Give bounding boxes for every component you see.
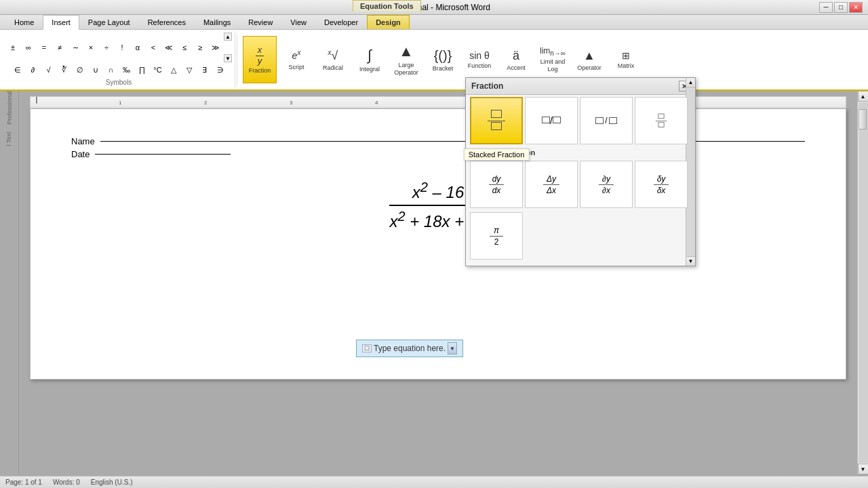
sym-exists[interactable]: ∃ — [197, 62, 212, 77]
sym-cbrt[interactable]: ∛ — [57, 62, 72, 77]
equation-input-dropdown[interactable]: ▼ — [448, 342, 457, 354]
sym-degc[interactable]: °C — [151, 62, 165, 77]
function-icon: sin θ — [469, 50, 490, 61]
tab-home[interactable]: Home — [5, 15, 43, 29]
fraction-Delta-y[interactable]: Δy Δx — [525, 161, 578, 208]
status-page: Page: 1 of 1 — [5, 479, 42, 486]
tab-view[interactable]: View — [281, 15, 315, 29]
tab-review[interactable]: Review — [239, 15, 281, 29]
bracket-icon: {()} — [434, 48, 452, 64]
sym-pm[interactable]: ± — [5, 40, 20, 55]
sym-ll[interactable]: ≪ — [161, 40, 176, 55]
margin-label-professional: Professional — [6, 91, 13, 125]
equation-tools-tab[interactable]: Equation Tools — [353, 0, 421, 12]
fraction-skewed[interactable]: / — [525, 97, 578, 144]
margin-label-text: l Text — [6, 132, 13, 146]
sym-prod[interactable]: ∏ — [135, 62, 150, 77]
tab-developer[interactable]: Developer — [315, 15, 367, 29]
ruler-indent-marker — [36, 97, 37, 104]
fraction-partial-y[interactable]: ∂y ∂x — [580, 161, 633, 208]
symbols-label: Symbols — [106, 79, 132, 86]
skewed-symbol: / — [542, 115, 561, 126]
tab-insert[interactable]: Insert — [43, 15, 79, 30]
tool-fraction[interactable]: x y Fraction — [243, 36, 277, 83]
sym-nin[interactable]: ∋ — [213, 62, 228, 77]
date-underline — [95, 154, 231, 155]
sym-lt[interactable]: < — [146, 40, 161, 55]
common-fraction-grid: dy dx Δy Δx ∂y ∂x δy — [466, 159, 686, 210]
sym-scroll-down[interactable]: ▼ — [224, 54, 232, 62]
tab-page-layout[interactable]: Page Layout — [79, 15, 139, 29]
ruler-4: 4 — [375, 100, 378, 106]
sym-neq[interactable]: ≠ — [52, 40, 67, 55]
tool-bracket[interactable]: {()} Bracket — [426, 36, 460, 83]
tool-function-label: Function — [468, 62, 492, 69]
scroll-thumb[interactable] — [859, 109, 867, 129]
tool-script[interactable]: ex Script — [279, 36, 313, 83]
equation-input-text[interactable]: Type equation here. — [374, 344, 446, 353]
sym-gg[interactable]: ≫ — [208, 40, 223, 55]
sym-empty[interactable]: ∅ — [73, 62, 87, 77]
sym-div[interactable]: ÷ — [99, 40, 114, 55]
scroll-down-button[interactable]: ▼ — [858, 464, 869, 474]
tool-accent[interactable]: ä Accent — [499, 36, 533, 83]
fraction-stacked[interactable]: Stacked Fraction — [470, 97, 523, 144]
tool-integral[interactable]: ∫ Integral — [353, 36, 387, 83]
sym-alpha[interactable]: α — [130, 40, 145, 55]
fraction-small[interactable] — [635, 97, 688, 144]
ribbon-content: ± ∞ = ≠ ∼ × ÷ ! α < ≪ ≤ ≥ ≫ ▲ ▼ ∈ — [0, 30, 868, 91]
tool-script-label: Script — [288, 64, 304, 70]
panel-scroll-up[interactable]: ▲ — [686, 78, 695, 87]
maximize-button[interactable]: □ — [834, 2, 848, 13]
sym-scroll-up[interactable]: ▲ — [224, 33, 232, 41]
sym-eq[interactable]: = — [37, 40, 52, 55]
fraction-dy-dx[interactable]: dy dx — [470, 161, 523, 208]
tool-operator[interactable]: ▲ Operator — [572, 36, 606, 83]
sym-tri-up[interactable]: △ — [166, 62, 181, 77]
tool-matrix-label: Matrix — [618, 62, 635, 69]
fraction-delta-y[interactable]: δy δx — [635, 161, 688, 208]
sym-tri-dn[interactable]: ▽ — [182, 62, 197, 77]
pi-fraction-grid: π 2 — [466, 210, 686, 262]
sym-inter[interactable]: ∩ — [104, 62, 119, 77]
tab-references[interactable]: References — [139, 15, 195, 29]
left-margin: Professional l Text — [0, 91, 19, 474]
sym-sqrt[interactable]: √ — [41, 62, 56, 77]
fraction-linear[interactable]: / — [580, 97, 633, 144]
symbol-grid-2: ∈ ∂ √ ∛ ∅ ∪ ∩ ‰ ∏ °C △ ▽ ∃ ∋ — [10, 62, 228, 77]
sym-excl[interactable]: ! — [115, 40, 130, 55]
accent-icon: ä — [513, 49, 519, 63]
tab-design[interactable]: Design — [367, 15, 410, 29]
integral-icon: ∫ — [368, 47, 372, 64]
tab-mailings[interactable]: Mailings — [195, 15, 239, 29]
minimize-button[interactable]: ─ — [819, 2, 833, 13]
sym-times[interactable]: × — [83, 40, 98, 55]
sym-geq[interactable]: ≥ — [193, 40, 208, 55]
sym-in[interactable]: ∈ — [10, 62, 25, 77]
date-label: Date — [71, 149, 90, 159]
sym-tilde[interactable]: ∼ — [68, 40, 83, 55]
sym-union[interactable]: ∪ — [88, 62, 103, 77]
tool-limit-log[interactable]: limn→∞ Limit andLog — [536, 36, 570, 83]
tool-function[interactable]: sin θ Function — [462, 36, 496, 83]
scroll-up-button[interactable]: ▲ — [858, 91, 869, 102]
tool-large-operator[interactable]: ▲ LargeOperator — [389, 36, 423, 83]
sym-inf[interactable]: ∞ — [21, 40, 36, 55]
sym-leq[interactable]: ≤ — [177, 40, 192, 55]
sym-partial[interactable]: ∂ — [26, 62, 41, 77]
Delta-y-symbol: Δy Δx — [543, 174, 559, 196]
panel-scroll-down[interactable]: ▼ — [686, 256, 695, 266]
stacked-symbol — [488, 109, 505, 133]
tool-radical[interactable]: x√ Radical — [316, 36, 350, 83]
ribbon-tabs: Home Insert Page Layout References Maili… — [0, 15, 868, 30]
symbols-row2: ∈ ∂ √ ∛ ∅ ∪ ∩ ‰ ∏ °C △ ▽ ∃ ∋ — [10, 62, 228, 77]
document-page: Name Date x2 – 16 x2 + 18x + 81 ☐ Type e… — [30, 108, 846, 380]
sym-perm[interactable]: ‰ — [119, 62, 134, 77]
fraction-panel-title: Fraction ✕ — [466, 78, 695, 95]
tool-matrix[interactable]: ⊞ Matrix — [609, 36, 643, 83]
close-button[interactable]: ✕ — [849, 2, 863, 13]
status-lang: English (U.S.) — [91, 479, 133, 486]
tool-accent-label: Accent — [507, 64, 526, 71]
large-operator-icon: ▲ — [399, 43, 414, 60]
fraction-pi-2[interactable]: π 2 — [470, 212, 523, 260]
